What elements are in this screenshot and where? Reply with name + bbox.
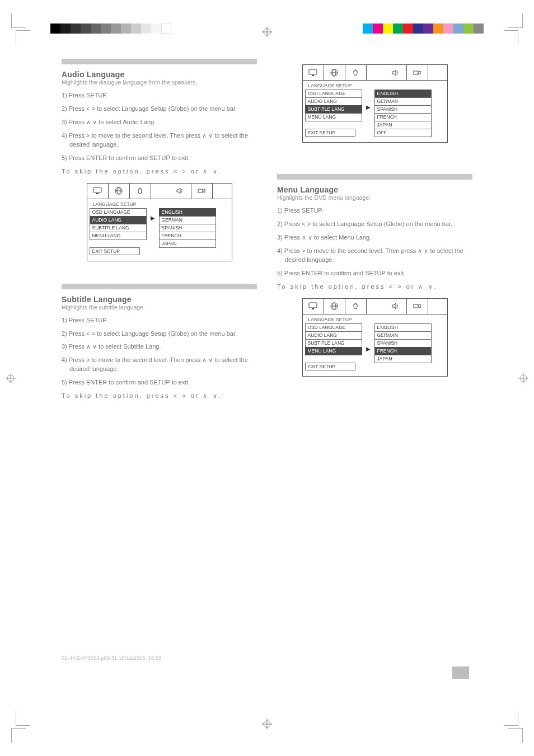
speaker-icon (170, 184, 191, 199)
grey-swatches (50, 24, 171, 34)
svg-rect-26 (414, 304, 418, 308)
section-sub-menu: Highlights the DVD menu language. (277, 194, 472, 201)
note-text: To skip the option, press < > or ∧ ∨. (62, 392, 257, 401)
step-text: 2) Press < > to select Language Setup (G… (62, 330, 257, 339)
lang-option: SPANISH (374, 105, 432, 114)
step-text: 5) Press ENTER to confirm and SETUP to e… (277, 269, 472, 278)
speaker-icon (386, 65, 407, 80)
step-text: 5) Press ENTER to confirm and SETUP to e… (62, 378, 257, 387)
menu-heading: LANGUAGE SETUP (305, 82, 362, 90)
monitor-icon (303, 65, 324, 80)
hand-icon (345, 299, 367, 314)
globe-icon (324, 65, 345, 80)
lang-option: SPANISH (159, 224, 216, 232)
right-column: LANGUAGE SETUP OSD LANGUAGE AUDIO LANG S… (277, 59, 472, 405)
lang-option: FRENCH (159, 232, 216, 240)
monitor-icon (87, 184, 109, 199)
step-text: 4) Press > to move to the second level. … (62, 132, 257, 149)
section-divider (62, 284, 257, 289)
monitor-icon (303, 299, 324, 314)
exit-setup: EXIT SETUP (305, 363, 355, 370)
top-print-marks (0, 10, 534, 44)
lang-option-selected: ENGLISH (374, 90, 432, 98)
color-swatches (363, 24, 484, 34)
right-arrow-icon: ▶ (366, 104, 371, 110)
right-arrow-icon: ▶ (366, 346, 371, 352)
step-text: 2) Press < > to select Language Setup (G… (277, 220, 472, 229)
lang-option: GERMAN (159, 216, 216, 224)
osd-menu-audio: LANGUAGE SETUP OSD LANGUAGE AUDIO LANG S… (87, 183, 232, 261)
lang-option: GERMAN (374, 97, 432, 106)
hand-icon (345, 65, 367, 80)
svg-rect-16 (312, 75, 314, 76)
crop-mark (16, 30, 30, 45)
globe-icon (109, 184, 130, 199)
menu-item: MENU LANG (90, 232, 147, 240)
speaker-icon (386, 299, 407, 314)
osd-menu-menulang: LANGUAGE SETUP OSD LANGUAGE AUDIO LANG S… (302, 298, 448, 377)
registration-mark-icon (262, 719, 272, 729)
step-text: 2) Press < > to select Language Setup (G… (62, 105, 257, 114)
section-sub-subtitle: Highlights the subtitle language. (62, 304, 257, 311)
step-text: 3) Press ∧ ∨ to select Audio Lang. (62, 118, 257, 127)
menu-item: AUDIO LANG (305, 331, 362, 340)
footer-text: 01-44 DVP3002.p65 31 16/12/2005, 16:52 (62, 655, 162, 661)
svg-rect-22 (312, 308, 314, 309)
crop-mark (504, 711, 518, 726)
svg-rect-14 (198, 189, 203, 192)
video-icon (191, 184, 213, 199)
step-text: 1) Press SETUP. (62, 91, 257, 100)
note-text: To skip the option, press < > or ∧ ∨. (62, 167, 257, 176)
lang-option-selected: ENGLISH (159, 208, 216, 217)
step-text: 1) Press SETUP. (62, 316, 257, 325)
crop-mark (508, 728, 523, 743)
lang-option: OFF (374, 129, 432, 137)
registration-mark-icon (262, 27, 272, 37)
menu-heading: LANGUAGE SETUP (90, 200, 147, 209)
menu-item: AUDIO LANG (305, 97, 362, 106)
menu-heading: LANGUAGE SETUP (305, 316, 362, 324)
crop-mark (504, 30, 518, 45)
menu-item: OSD LANGUAGE (90, 208, 147, 217)
menu-item: SUBTITLE LANG (90, 224, 147, 232)
step-text: 4) Press > to move to the second level. … (62, 356, 257, 374)
page-number: 31 (456, 669, 463, 677)
note-text: To skip the option, press < > or ∧ ∨. (277, 283, 472, 292)
lang-option: FRENCH (374, 113, 432, 121)
step-text: 3) Press ∧ ∨ to select Subtitle Lang. (62, 342, 257, 351)
step-text: 3) Press ∧ ∨ to select Menu Lang. (277, 233, 472, 242)
crop-mark (16, 711, 30, 726)
section-divider (62, 59, 257, 64)
svg-rect-10 (96, 193, 99, 194)
left-column: Audio Language Highlights the dialogue l… (62, 59, 257, 405)
crop-mark (508, 13, 523, 28)
section-divider (277, 174, 472, 180)
step-text: 1) Press SETUP. (277, 206, 472, 215)
exit-setup: EXIT SETUP (305, 129, 355, 137)
lang-option: ENGLISH (374, 323, 432, 332)
crop-mark (11, 13, 26, 28)
section-title-audio: Audio Language (62, 70, 257, 79)
lang-option: JAPAN (374, 355, 432, 363)
section-title-subtitle: Subtitle Language (62, 295, 257, 304)
svg-rect-9 (93, 187, 101, 192)
osd-menu-subtitle: LANGUAGE SETUP OSD LANGUAGE AUDIO LANG S… (302, 64, 448, 143)
crop-mark (11, 728, 26, 743)
menu-item: OSD LANGUAGE (305, 90, 362, 98)
menu-item: OSD LANGUAGE (305, 323, 362, 332)
lang-option: JAPAN (159, 240, 216, 248)
bottom-print-marks (0, 712, 534, 746)
lang-option: JAPAN (374, 121, 432, 129)
hand-icon (130, 184, 151, 199)
registration-mark-icon (518, 373, 528, 383)
menu-item: MENU LANG (305, 113, 362, 121)
step-text: 5) Press ENTER to confirm and SETUP to e… (62, 154, 257, 163)
svg-rect-21 (309, 303, 317, 308)
menu-item-selected: SUBTITLE LANG (305, 105, 362, 114)
section-title-menu: Menu Language (277, 185, 472, 194)
section-sub-audio: Highlights the dialogue language from th… (62, 79, 257, 86)
right-arrow-icon: ▶ (151, 215, 155, 221)
lang-option-selected: FRENCH (374, 347, 432, 355)
video-icon (407, 299, 428, 314)
globe-icon (324, 299, 345, 314)
